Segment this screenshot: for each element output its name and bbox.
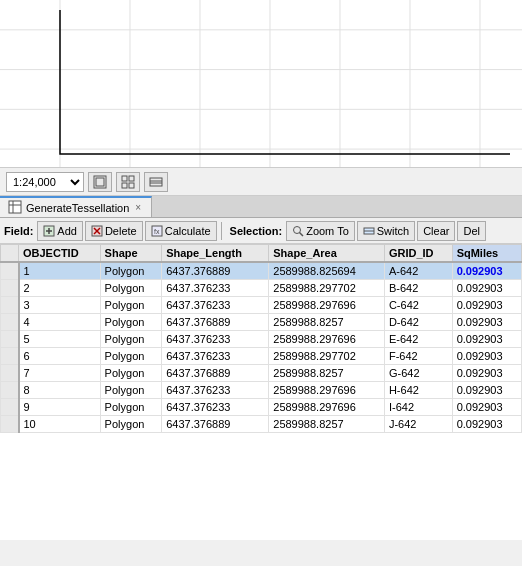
cell-shape_length: 6437.376889 (162, 365, 269, 382)
table-icon (8, 200, 22, 216)
cell-shape_length: 6437.376889 (162, 416, 269, 433)
svg-rect-20 (9, 201, 21, 213)
zoom-to-button[interactable]: Zoom To (286, 221, 355, 241)
table-header-row: OBJECTID Shape Shape_Length Shape_Area G… (1, 245, 522, 263)
cell-shape: Polygon (100, 280, 162, 297)
row-number-cell (1, 365, 19, 382)
table-row[interactable]: 7Polygon6437.3768892589988.8257G-6420.09… (1, 365, 522, 382)
cell-objectid: 9 (19, 399, 101, 416)
cell-shape_area: 2589988.8257 (269, 314, 385, 331)
calculate-button[interactable]: fx Calculate (145, 221, 217, 241)
toolbar: Field: Add Delete fx Calculate Selection… (0, 218, 522, 244)
cell-grid_id: B-642 (384, 280, 452, 297)
cell-shape_area: 2589988.825694 (269, 262, 385, 280)
table-row[interactable]: 6Polygon6437.3762332589988.297702F-6420.… (1, 348, 522, 365)
col-header-sqmiles[interactable]: SqMiles (452, 245, 521, 263)
del-button[interactable]: Del (457, 221, 486, 241)
svg-text:fx: fx (154, 228, 160, 235)
cell-grid_id: J-642 (384, 416, 452, 433)
attribute-table: OBJECTID Shape Shape_Length Shape_Area G… (0, 244, 522, 433)
switch-button[interactable]: Switch (357, 221, 415, 241)
row-number-cell (1, 262, 19, 280)
row-number-cell (1, 399, 19, 416)
field-label: Field: (4, 225, 33, 237)
zoom-out-btn[interactable] (144, 172, 168, 192)
table-row[interactable]: 9Polygon6437.3762332589988.297696I-6420.… (1, 399, 522, 416)
row-number-cell (1, 280, 19, 297)
cell-shape_area: 2589988.297702 (269, 348, 385, 365)
col-header-grid-id[interactable]: GRID_ID (384, 245, 452, 263)
row-number-cell (1, 416, 19, 433)
cell-grid_id: I-642 (384, 399, 452, 416)
col-header-shape-area[interactable]: Shape_Area (269, 245, 385, 263)
table-row[interactable]: 4Polygon6437.3768892589988.8257D-6420.09… (1, 314, 522, 331)
cell-shape_length: 6437.376233 (162, 331, 269, 348)
cell-shape_length: 6437.376233 (162, 280, 269, 297)
svg-line-32 (300, 232, 304, 236)
selection-label: Selection: (230, 225, 283, 237)
cell-shape: Polygon (100, 382, 162, 399)
table-row[interactable]: 2Polygon6437.3762332589988.297702B-6420.… (1, 280, 522, 297)
toolbar-separator-1 (221, 222, 222, 240)
svg-rect-13 (122, 176, 127, 181)
cell-sqmiles: 0.092903 (452, 297, 521, 314)
cell-objectid: 10 (19, 416, 101, 433)
delete-button[interactable]: Delete (85, 221, 143, 241)
table-row[interactable]: 3Polygon6437.3762332589988.297696C-6420.… (1, 297, 522, 314)
add-button[interactable]: Add (37, 221, 83, 241)
row-number-cell (1, 382, 19, 399)
cell-objectid: 1 (19, 262, 101, 280)
cell-grid_id: A-642 (384, 262, 452, 280)
cell-shape_area: 2589988.297696 (269, 382, 385, 399)
table-wrapper: OBJECTID Shape Shape_Length Shape_Area G… (0, 244, 522, 540)
cell-shape: Polygon (100, 331, 162, 348)
cell-sqmiles: 0.092903 (452, 382, 521, 399)
cell-shape: Polygon (100, 314, 162, 331)
cell-sqmiles: 0.092903 (452, 416, 521, 433)
col-header-shape-length[interactable]: Shape_Length (162, 245, 269, 263)
cell-objectid: 3 (19, 297, 101, 314)
cell-objectid: 2 (19, 280, 101, 297)
svg-rect-16 (129, 183, 134, 188)
cell-grid_id: G-642 (384, 365, 452, 382)
chart-area (0, 0, 522, 168)
scale-bar: 1:24,000 (0, 168, 522, 196)
cell-grid_id: H-642 (384, 382, 452, 399)
clear-button[interactable]: Clear (417, 221, 455, 241)
cell-objectid: 5 (19, 331, 101, 348)
col-header-shape[interactable]: Shape (100, 245, 162, 263)
cell-objectid: 8 (19, 382, 101, 399)
cell-grid_id: E-642 (384, 331, 452, 348)
row-number-cell (1, 331, 19, 348)
svg-rect-12 (96, 178, 104, 186)
cell-sqmiles: 0.092903 (452, 314, 521, 331)
tab-bar: GenerateTessellation × (0, 196, 522, 218)
table-container[interactable]: OBJECTID Shape Shape_Length Shape_Area G… (0, 244, 522, 540)
table-row[interactable]: 10Polygon6437.3768892589988.8257J-6420.0… (1, 416, 522, 433)
table-row[interactable]: 8Polygon6437.3762332589988.297696H-6420.… (1, 382, 522, 399)
cell-objectid: 7 (19, 365, 101, 382)
cell-shape_length: 6437.376233 (162, 382, 269, 399)
cell-shape_length: 6437.376233 (162, 348, 269, 365)
col-header-rownum[interactable] (1, 245, 19, 263)
cell-grid_id: D-642 (384, 314, 452, 331)
tab-close-btn[interactable]: × (133, 202, 143, 213)
cell-objectid: 4 (19, 314, 101, 331)
cell-shape_area: 2589988.297696 (269, 297, 385, 314)
table-tab[interactable]: GenerateTessellation × (0, 196, 152, 217)
table-body: 1Polygon6437.3768892589988.825694A-6420.… (1, 262, 522, 433)
cell-shape_length: 6437.376233 (162, 297, 269, 314)
cell-grid_id: C-642 (384, 297, 452, 314)
cell-shape: Polygon (100, 348, 162, 365)
zoom-fixed-btn[interactable] (88, 172, 112, 192)
cell-shape: Polygon (100, 262, 162, 280)
cell-sqmiles: 0.092903 (452, 262, 521, 280)
cell-shape: Polygon (100, 416, 162, 433)
zoom-in-btn[interactable] (116, 172, 140, 192)
chart-svg (0, 0, 522, 167)
table-row[interactable]: 5Polygon6437.3762332589988.297696E-6420.… (1, 331, 522, 348)
table-row[interactable]: 1Polygon6437.3768892589988.825694A-6420.… (1, 262, 522, 280)
cell-shape: Polygon (100, 399, 162, 416)
scale-select[interactable]: 1:24,000 (6, 172, 84, 192)
col-header-objectid[interactable]: OBJECTID (19, 245, 101, 263)
